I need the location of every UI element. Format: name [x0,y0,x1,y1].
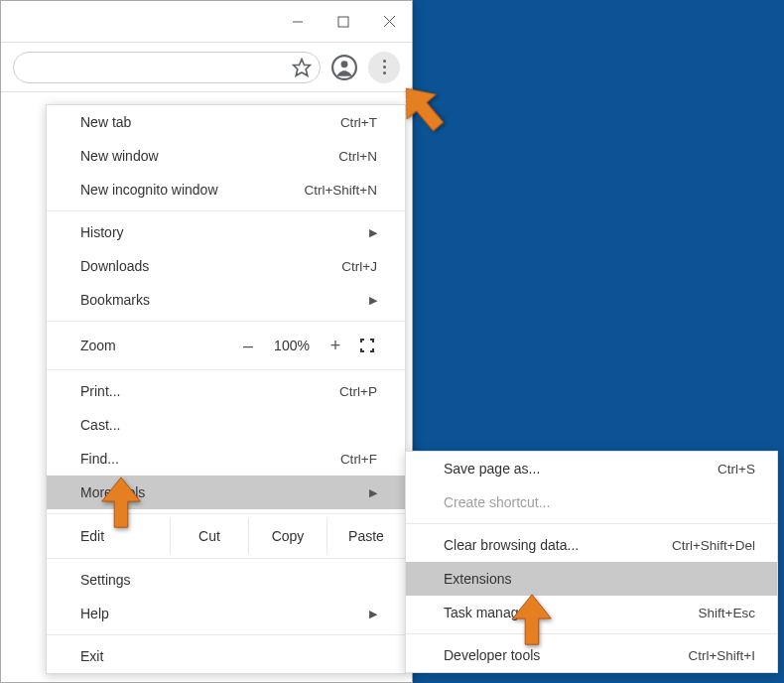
maximize-button[interactable] [321,1,366,43]
profile-icon[interactable] [330,54,358,81]
address-bar[interactable] [13,52,321,83]
menu-separator [47,369,405,370]
chevron-right-icon: ▶ [369,608,377,620]
menu-edit-row: Edit Cut Copy Paste [47,518,405,554]
chrome-main-menu: New tab Ctrl+T New window Ctrl+N New inc… [46,104,406,674]
menu-separator [406,633,777,634]
edit-cut-button[interactable]: Cut [170,518,248,554]
menu-separator [47,513,405,514]
submenu-item-dev-tools[interactable]: Developer tools Ctrl+Shift+I [406,638,777,672]
toolbar [1,43,412,92]
menu-separator [47,558,405,559]
menu-item-cast[interactable]: Cast... [47,408,405,442]
submenu-item-task-manager[interactable]: Task manager Shift+Esc [406,596,777,629]
menu-item-new-incognito[interactable]: New incognito window Ctrl+Shift+N [47,173,405,206]
menu-item-history[interactable]: History ▶ [47,215,405,249]
menu-item-help[interactable]: Help ▶ [47,597,405,630]
svg-point-6 [341,61,348,68]
menu-zoom-row: Zoom – 100% + [47,326,405,365]
svg-marker-4 [294,59,311,75]
zoom-value: 100% [264,338,320,353]
menu-separator [47,634,405,635]
menu-item-exit[interactable]: Exit [47,639,405,673]
menu-item-print[interactable]: Print... Ctrl+P [47,374,405,408]
svg-rect-1 [338,17,348,27]
menu-item-new-window[interactable]: New window Ctrl+N [47,139,405,173]
edit-copy-button[interactable]: Copy [248,518,327,554]
zoom-out-button[interactable]: – [232,336,264,356]
menu-separator [47,321,405,322]
menu-item-find[interactable]: Find... Ctrl+F [47,442,405,476]
submenu-item-save-page[interactable]: Save page as... Ctrl+S [406,452,777,485]
chevron-right-icon: ▶ [369,294,377,307]
submenu-item-extensions[interactable]: Extensions [406,562,777,596]
menu-item-new-tab[interactable]: New tab Ctrl+T [47,105,405,139]
menu-item-settings[interactable]: Settings [47,563,405,597]
minimize-button[interactable] [275,1,321,43]
three-dots-icon [383,60,386,74]
more-tools-submenu: Save page as... Ctrl+S Create shortcut..… [405,451,778,673]
menu-item-downloads[interactable]: Downloads Ctrl+J [47,249,405,283]
submenu-item-clear-data[interactable]: Clear browsing data... Ctrl+Shift+Del [406,528,777,562]
fullscreen-button[interactable] [351,338,383,353]
close-button[interactable] [366,1,412,43]
edit-paste-button[interactable]: Paste [327,518,405,554]
chevron-right-icon: ▶ [369,486,377,499]
submenu-item-create-shortcut[interactable]: Create shortcut... [406,485,777,519]
chrome-menu-button[interactable] [368,52,400,83]
menu-separator [47,210,405,211]
zoom-in-button[interactable]: + [320,336,351,356]
menu-separator [406,523,777,524]
menu-item-more-tools[interactable]: More tools ▶ [47,476,405,509]
menu-item-bookmarks[interactable]: Bookmarks ▶ [47,283,405,317]
bookmark-star-icon[interactable] [292,58,312,77]
titlebar [1,1,412,43]
chevron-right-icon: ▶ [369,226,377,239]
